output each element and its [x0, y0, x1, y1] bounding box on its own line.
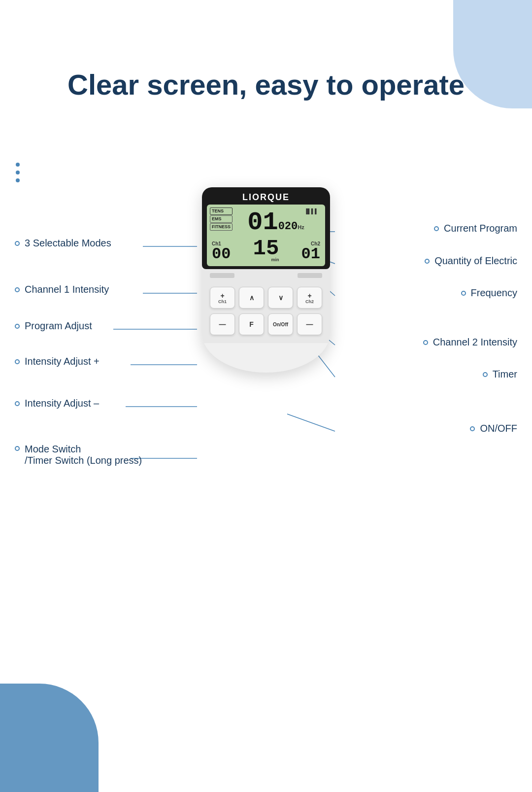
left-label-intensity-minus: Intensity Adjust – [15, 398, 99, 409]
mode-fitness: FITNESS [210, 223, 233, 231]
right-label-current-program: Current Program [434, 223, 517, 234]
device-body: LIORQUE TENS EMS FITNESS ▐▌▌▌ 01 020 Hz [202, 187, 330, 373]
program-number: 01 [247, 210, 278, 236]
up-arrow-icon: ∧ [249, 294, 254, 302]
right-label-timer: Timer [483, 369, 517, 380]
on-off-symbol: On/Off [273, 322, 288, 327]
right-label-onoff: ON/OFF [470, 423, 517, 434]
left-label-ch1-intensity: Channel 1 Intensity [15, 284, 109, 295]
f-button[interactable]: F [239, 313, 264, 335]
brand-label: LIORQUE [207, 192, 325, 203]
device-screen: LIORQUE TENS EMS FITNESS ▐▌▌▌ 01 020 Hz [202, 187, 330, 269]
left-label-mode-switch: Mode Switch /Timer Switch (Long press) [15, 444, 142, 466]
device: LIORQUE TENS EMS FITNESS ▐▌▌▌ 01 020 Hz [202, 187, 330, 373]
timer-value: 15 [253, 238, 279, 259]
ch1-plus-label: Ch1 [218, 300, 227, 304]
right-label-frequency: Frequency [461, 287, 518, 299]
button-grid-row2: — F On/Off — [202, 313, 330, 343]
connector-lines [0, 0, 532, 792]
decorative-dots [16, 163, 20, 182]
lcd-display: TENS EMS FITNESS ▐▌▌▌ 01 020 Hz C [207, 205, 325, 266]
svg-line-11 [287, 414, 335, 431]
ch2-minus-symbol: — [306, 320, 313, 328]
connector-row [202, 269, 330, 280]
frequency-number: 020 [278, 220, 298, 233]
ch1-plus-button[interactable]: + Ch1 [210, 287, 235, 309]
up-button[interactable]: ∧ [239, 287, 264, 309]
ch1-group: Ch1 00 [212, 241, 231, 262]
left-label-selectable-modes: 3 Selectable Modes [15, 238, 111, 249]
left-label-intensity-plus: Intensity Adjust + [15, 356, 100, 367]
bottom-display-row: Ch1 00 15 min Ch2 01 [212, 238, 320, 262]
ch2-group: Ch2 01 [301, 241, 320, 262]
ch1-intensity: 00 [212, 246, 231, 262]
ch2-minus-button[interactable]: — [297, 313, 322, 335]
ch2-plus-button[interactable]: + Ch2 [297, 287, 322, 309]
down-button[interactable]: ∨ [268, 287, 293, 309]
down-arrow-icon: ∨ [278, 294, 283, 302]
ch2-intensity: 01 [301, 246, 320, 262]
mode-tens: TENS [210, 207, 233, 215]
timer-group: 15 min [253, 238, 279, 262]
frequency-unit: Hz [298, 224, 304, 230]
battery-icon: ▐▌▌▌ [304, 208, 318, 214]
right-label-quantity-electric: Quantity of Electric [425, 255, 517, 267]
button-grid-row1: + Ch1 ∧ ∨ + Ch2 [202, 280, 330, 313]
ch1-minus-symbol: — [219, 320, 226, 328]
ch2-plus-symbol: + [307, 292, 311, 300]
left-label-program-adjust: Program Adjust [15, 320, 92, 332]
mode-ems: EMS [210, 215, 233, 223]
ch1-plus-symbol: + [220, 292, 224, 300]
connector-right [298, 273, 322, 278]
connector-left [210, 273, 234, 278]
right-label-ch2-intensity: Channel 2 Intensity [423, 337, 517, 348]
f-symbol: F [249, 320, 254, 328]
on-off-button[interactable]: On/Off [268, 313, 293, 335]
corner-decoration-bottom-left [0, 684, 99, 792]
ch1-minus-button[interactable]: — [210, 313, 235, 335]
ch2-plus-label: Ch2 [305, 300, 314, 304]
page-title: Clear screen, easy to operate [30, 69, 502, 101]
mode-labels: TENS EMS FITNESS [210, 207, 233, 231]
